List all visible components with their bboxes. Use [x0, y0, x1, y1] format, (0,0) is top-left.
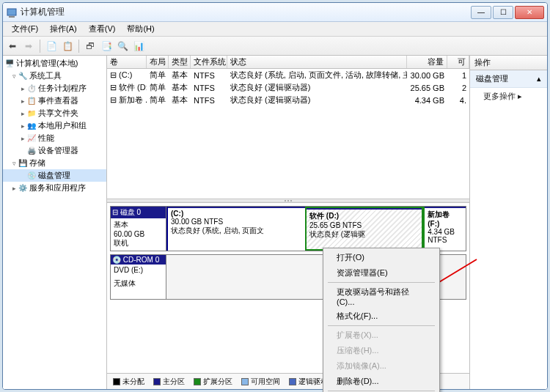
tool-btn-1[interactable]: 🔍 — [116, 40, 129, 53]
volume-icon: ⊟ — [110, 70, 117, 79]
splitter[interactable] — [107, 199, 469, 203]
header-filesystem[interactable]: 文件系统 — [191, 56, 227, 68]
collapse-icon: ▴ — [537, 74, 541, 84]
titlebar[interactable]: 计算机管理 — ☐ ✕ — [3, 3, 547, 22]
app-icon — [6, 7, 18, 18]
tree-task-scheduler[interactable]: ▸⏱️任务计划程序 — [3, 82, 106, 95]
context-item[interactable]: 格式化(F)... — [325, 308, 438, 324]
app-window: 计算机管理 — ☐ ✕ 文件(F) 操作(A) 查看(V) 帮助(H) ⬅ ➡ … — [2, 2, 548, 390]
tool-btn-2[interactable]: 📊 — [132, 40, 145, 53]
menu-file[interactable]: 文件(F) — [6, 22, 44, 36]
header-status[interactable]: 状态 — [227, 56, 407, 68]
menu-help[interactable]: 帮助(H) — [121, 22, 160, 36]
table-row[interactable]: ⊟ 软件 (D:) 简单 基本 NTFS 状态良好 (逻辑驱动器) 25.65 … — [107, 81, 469, 94]
cdrom-label[interactable]: 💿 CD-ROM 0 DVD (E:) 无媒体 — [111, 255, 166, 299]
header-layout[interactable]: 布局 — [147, 56, 169, 68]
context-separator — [328, 325, 435, 326]
context-item[interactable]: 更改驱动器号和路径(C)... — [325, 284, 438, 308]
minimize-button[interactable]: — — [471, 6, 491, 19]
volume-icon: ⊟ — [110, 83, 117, 92]
menubar: 文件(F) 操作(A) 查看(V) 帮助(H) — [3, 22, 547, 37]
context-separator — [328, 391, 435, 391]
chevron-right-icon: ▸ — [518, 92, 522, 100]
header-volume[interactable]: 卷 — [107, 56, 147, 68]
table-row[interactable]: ⊟ 新加卷 ... 简单 基本 NTFS 状态良好 (逻辑驱动器) 4.34 G… — [107, 94, 469, 106]
action-header: 操作 — [470, 56, 547, 70]
tree-performance[interactable]: ▸📈性能 — [3, 132, 106, 144]
computer-icon: 🖥️ — [4, 59, 15, 69]
context-menu: 打开(O)资源管理器(E)更改驱动器号和路径(C)...格式化(F)...扩展卷… — [323, 248, 440, 392]
disk-0-label[interactable]: ⊟ 磁盘 0 基本 60.00 GB 联机 — [111, 207, 166, 251]
list-header[interactable]: 卷 布局 类型 文件系统 状态 容量 可 — [107, 56, 469, 69]
up-button[interactable]: 📄 — [45, 40, 58, 53]
action-section-diskmgmt[interactable]: 磁盘管理 ▴ — [470, 70, 547, 88]
action-pane: 操作 磁盘管理 ▴ 更多操作 ▸ — [470, 56, 547, 389]
storage-icon: 💾 — [18, 158, 28, 169]
export-button[interactable]: 📑 — [100, 40, 113, 53]
menu-action[interactable]: 操作(A) — [44, 22, 83, 36]
services-icon: ⚙️ — [18, 183, 28, 193]
clock-icon: ⏱️ — [26, 84, 37, 94]
header-type[interactable]: 类型 — [169, 56, 191, 68]
perf-icon: 📈 — [26, 133, 37, 144]
tree-system-tools[interactable]: ▿🔧系统工具 — [3, 70, 106, 82]
context-item: 添加镜像(A)... — [325, 358, 438, 374]
device-icon: 🖨️ — [26, 146, 37, 156]
context-item: 扩展卷(X)... — [325, 328, 438, 343]
tree-storage[interactable]: ▿💾存储 — [3, 157, 106, 169]
svg-rect-0 — [7, 9, 16, 15]
close-button[interactable]: ✕ — [515, 6, 544, 19]
context-item[interactable]: 资源管理器(E) — [325, 265, 438, 281]
window-title: 计算机管理 — [21, 6, 471, 18]
context-item[interactable]: 删除卷(D)... — [325, 374, 438, 389]
tree-device-manager[interactable]: 🖨️设备管理器 — [3, 144, 106, 157]
users-icon: 👥 — [26, 121, 37, 131]
disk-icon: ⊟ — [112, 208, 118, 216]
volume-f[interactable]: 新加卷 (F:) 4.34 GB NTFS — [423, 207, 466, 251]
tree-services-apps[interactable]: ▸⚙️服务和应用程序 — [3, 182, 106, 194]
tools-icon: 🔧 — [18, 71, 28, 81]
context-separator — [328, 282, 435, 283]
header-free[interactable]: 可 — [447, 56, 469, 68]
folder-icon: 📁 — [26, 108, 37, 119]
header-capacity[interactable]: 容量 — [407, 56, 447, 68]
table-row[interactable]: ⊟ (C:) 简单 基本 NTFS 状态良好 (系统, 启动, 页面文件, 活动… — [107, 69, 469, 81]
volume-icon: ⊟ — [110, 95, 117, 104]
context-item[interactable]: 打开(O) — [325, 250, 438, 265]
action-more[interactable]: 更多操作 ▸ — [470, 88, 547, 105]
tree-local-users[interactable]: ▸👥本地用户和组 — [3, 119, 106, 132]
show-hide-button[interactable]: 📋 — [61, 40, 74, 53]
tree-disk-management[interactable]: 💿磁盘管理 — [3, 169, 106, 182]
menu-view[interactable]: 查看(V) — [83, 22, 122, 36]
volume-list[interactable]: 卷 布局 类型 文件系统 状态 容量 可 ⊟ (C:) 简单 基本 NTFS 状… — [107, 56, 469, 199]
refresh-button[interactable]: 🗗 — [84, 40, 97, 53]
content: 🖥️计算机管理(本地) ▿🔧系统工具 ▸⏱️任务计划程序 ▸📋事件查看器 ▸📁共… — [3, 56, 547, 389]
toolbar: ⬅ ➡ 📄 📋 🗗 📑 🔍 📊 — [3, 37, 547, 56]
tree-shared-folders[interactable]: ▸📁共享文件夹 — [3, 107, 106, 119]
volume-d-selected[interactable]: 软件 (D:) 25.65 GB NTFS 状态良好 (逻辑驱 — [305, 207, 423, 251]
disk-icon: 💿 — [26, 171, 37, 181]
event-icon: 📋 — [26, 96, 37, 106]
disk-0-block: ⊟ 磁盘 0 基本 60.00 GB 联机 (C:) 30.00 GB NTFS… — [110, 206, 466, 251]
list-body: ⊟ (C:) 简单 基本 NTFS 状态良好 (系统, 启动, 页面文件, 活动… — [107, 69, 469, 199]
maximize-button[interactable]: ☐ — [493, 6, 513, 19]
context-item: 压缩卷(H)... — [325, 343, 438, 358]
cdrom-icon: 💿 — [112, 256, 121, 264]
svg-rect-1 — [9, 16, 15, 18]
forward-button[interactable]: ➡ — [22, 40, 35, 53]
back-button[interactable]: ⬅ — [6, 40, 19, 53]
tree-root[interactable]: 🖥️计算机管理(本地) — [3, 57, 106, 70]
volume-c[interactable]: (C:) 30.00 GB NTFS 状态良好 (系统, 启动, 页面文 — [166, 207, 305, 251]
tree-pane[interactable]: 🖥️计算机管理(本地) ▿🔧系统工具 ▸⏱️任务计划程序 ▸📋事件查看器 ▸📁共… — [3, 56, 107, 389]
tree-event-viewer[interactable]: ▸📋事件查看器 — [3, 95, 106, 107]
